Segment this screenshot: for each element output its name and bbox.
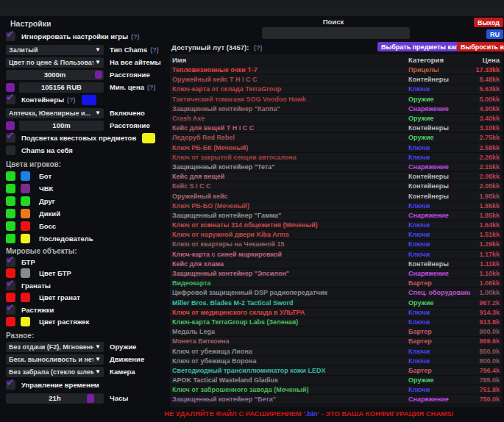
player-color-swatch-visible[interactable]: [6, 184, 15, 193]
checkbox-tripwires[interactable]: [6, 305, 15, 315]
table-row[interactable]: Crash AxeОружие3.40kk: [170, 114, 503, 123]
loot-item-category: Контейнеры: [408, 193, 470, 200]
table-row[interactable]: Защищенный контейнер "Эпсилон"Снаряжение…: [170, 269, 503, 278]
weapon-dropdown[interactable]: Без отдачи (F2), Мгновенное п ▼: [6, 342, 104, 352]
tripwires-color-swatch-1[interactable]: [6, 317, 15, 326]
player-color-swatch[interactable]: [21, 171, 30, 181]
table-row[interactable]: Ключ-карта TerraGroup Labs (Зеленая)Ключ…: [170, 318, 503, 326]
min-price-row: 105156 RUB Мин. цена (?): [6, 82, 155, 93]
table-row[interactable]: Ключ от комнаты 314 общежития (Меченый)К…: [170, 221, 503, 229]
checkbox-containers[interactable]: [6, 95, 15, 104]
table-row[interactable]: Кейс S I C CКонтейнеры2.05kk: [170, 182, 503, 190]
tripwires-color-swatch-2[interactable]: [21, 317, 30, 326]
chams-type-dropdown[interactable]: Залитый ▼: [6, 45, 104, 55]
containers-distance-label: Расстояние: [110, 121, 150, 129]
table-row[interactable]: Светодиодный трансиллюминатор кожи LEDXБ…: [170, 366, 503, 375]
min-price-input[interactable]: 105156 RUB: [19, 82, 104, 93]
table-row[interactable]: Кейс для вещей T H I C CКонтейнеры3.10kk: [170, 124, 503, 132]
containers-filter-label: Включено: [110, 109, 145, 117]
exit-button[interactable]: Выход: [474, 18, 503, 27]
table-row[interactable]: Ключ от убежища ВоронаКлючи800.0k: [170, 357, 503, 365]
table-row[interactable]: Ключ РБ-БО (Меченый)Ключи1.85kk: [170, 201, 503, 210]
table-row[interactable]: ВидеокартаБартер1.06kk: [170, 279, 503, 287]
loot-item-price: 5.63kk: [470, 85, 503, 93]
player-color-swatch-visible[interactable]: [6, 209, 15, 218]
hours-row: 21h Часы: [6, 393, 128, 404]
table-row[interactable]: Ключ-карта от склада TerraGroupКлючи5.63…: [170, 85, 503, 93]
table-row[interactable]: Цифровой защищенный DSP радиопередатчикС…: [170, 288, 503, 297]
search-input[interactable]: [262, 27, 410, 39]
table-row[interactable]: APOK Tactical Wasteland GladiusОружие785…: [170, 376, 503, 385]
table-row[interactable]: Ключ от закрытой секции автосалонаКлючи2…: [170, 153, 503, 162]
table-row[interactable]: Ледоруб Red RebelОружие2.75kk: [170, 133, 503, 142]
column-header-name[interactable]: Имя: [170, 56, 408, 64]
table-row[interactable]: Ключ-карта с зеленой маркировкойКлючи750…: [170, 405, 503, 407]
table-row[interactable]: Оружейный кейс T H I C CКонтейнеры8.48kk: [170, 75, 503, 84]
table-row[interactable]: Кейс для вещейКонтейнеры2.08kk: [170, 172, 503, 181]
language-button[interactable]: RU: [486, 29, 503, 39]
column-header-price[interactable]: Цена: [470, 56, 503, 64]
player-color-swatch[interactable]: [21, 209, 30, 218]
table-row[interactable]: Тепловизионные очки Т-7Прицелы17.33kk: [170, 65, 503, 74]
table-row[interactable]: Медаль LegaБартер900.0k: [170, 327, 503, 336]
camera-dropdown[interactable]: Без забрала (стекло шлема) ▼: [6, 367, 104, 377]
checkbox-time-control[interactable]: [6, 380, 15, 390]
player-color-swatch-visible[interactable]: [6, 196, 15, 206]
table-row[interactable]: Оружейный кейсКонтейнеры1.95kk: [170, 191, 503, 200]
help-icon[interactable]: (?): [254, 44, 263, 51]
movement-dropdown[interactable]: Беск. выносливость и нет уста ▼: [6, 354, 104, 365]
table-row[interactable]: Защищенный контейнер "Бета"Снаряжение750…: [170, 395, 503, 404]
containers-filter-dropdown[interactable]: Аптечка, Ювелирные и... ▼: [6, 108, 104, 118]
table-row[interactable]: Ключ от квартиры на Чеканной 15Ключи1.29…: [170, 240, 503, 248]
player-color-swatch-visible[interactable]: [6, 221, 15, 231]
table-row[interactable]: Кейс для хламаКонтейнеры1.11kk: [170, 260, 503, 268]
checkbox-ignore-game-settings[interactable]: [6, 32, 15, 41]
help-icon[interactable]: (?): [150, 46, 159, 54]
table-row[interactable]: Ключ от убежища ЛионаКлючи850.0k: [170, 346, 503, 355]
containers-distance-color-swatch[interactable]: [6, 121, 15, 130]
distance-input[interactable]: 3000m: [6, 70, 104, 80]
all-items-dropdown[interactable]: Цвет по цене & Пользователь ▼: [6, 57, 104, 68]
checkbox-btr[interactable]: [6, 257, 15, 267]
distance-color-swatch[interactable]: [95, 71, 102, 79]
table-row[interactable]: Тактический томагавк SOG Voodoo HawkОруж…: [170, 95, 503, 104]
player-color-swatch[interactable]: [21, 184, 30, 193]
table-row[interactable]: Ключ-карта с синей маркировкойКлючи1.17k…: [170, 250, 503, 259]
help-icon[interactable]: (?): [131, 33, 140, 40]
quest-highlight-color-swatch[interactable]: [142, 133, 155, 143]
loot-item-name: Ключ РБ-БК (Меченый): [170, 144, 408, 151]
btr-color-swatch-2[interactable]: [21, 268, 30, 278]
table-row[interactable]: Ключ от медицинского склада в УЛЬТРАКлюч…: [170, 308, 503, 317]
table-row[interactable]: Ключ РБ-БК (Меченый)Ключи2.58kk: [170, 143, 503, 152]
column-header-category[interactable]: Категория: [408, 56, 470, 64]
containers-color-swatch[interactable]: [82, 95, 96, 105]
min-price-color-swatch[interactable]: [6, 83, 15, 92]
loot-item-name: Кейс для вещей: [170, 173, 408, 180]
containers-distance-input[interactable]: 100m: [19, 121, 104, 131]
player-color-swatch[interactable]: [21, 196, 30, 206]
player-color-swatch-visible[interactable]: [6, 234, 15, 243]
table-row[interactable]: Защищенный контейнер "Каппа"Снаряжение4.…: [170, 104, 503, 113]
hours-input[interactable]: 21h: [6, 393, 104, 404]
table-row[interactable]: Защищенный контейнер "Гамма"Снаряжение1.…: [170, 211, 503, 220]
min-price-value: 105156 RUB: [41, 83, 82, 91]
drop-all-button[interactable]: Выбросить все: [457, 42, 504, 51]
table-row[interactable]: Miller Bros. Blades M-2 Tactical SwordОр…: [170, 298, 503, 307]
hours-color-swatch[interactable]: [87, 394, 94, 403]
table-row[interactable]: Ключ от наружной двери Kiba ArmsКлючи1.5…: [170, 230, 503, 239]
table-row[interactable]: Ключ от заброшенного завода (Меченый)Клю…: [170, 385, 503, 394]
checkbox-chams-self[interactable]: [6, 146, 15, 155]
chevron-down-icon: ▼: [95, 59, 101, 65]
player-color-swatch[interactable]: [21, 221, 30, 231]
player-color-swatch[interactable]: [21, 234, 30, 243]
help-icon[interactable]: (?): [67, 96, 76, 104]
containers-row: Контейнеры (?): [6, 94, 96, 105]
grenades-color-swatch-2[interactable]: [21, 293, 30, 302]
checkbox-grenades[interactable]: [6, 281, 15, 290]
select-kappa-items-button[interactable]: Выбрать предметы каппа: [377, 42, 470, 51]
help-icon[interactable]: (?): [147, 84, 156, 91]
player-color-swatch-visible[interactable]: [6, 171, 15, 181]
table-row[interactable]: Монета БиткоинаБартер869.6k: [170, 337, 503, 346]
table-row[interactable]: Защищенный контейнер "Тета"Снаряжение2.1…: [170, 162, 503, 171]
checkbox-quest-highlight[interactable]: [6, 133, 15, 143]
